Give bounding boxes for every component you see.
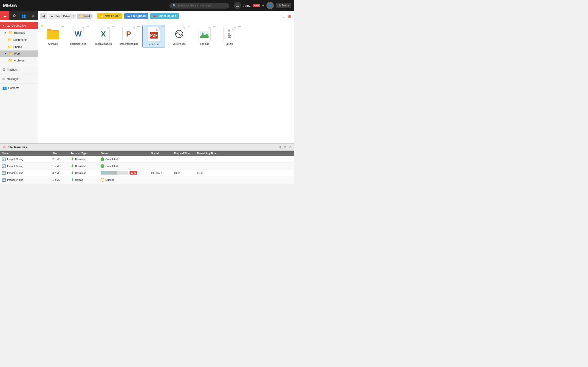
sidebar-recycle-icon-btn[interactable]: ♻	[9, 11, 19, 20]
search-bar[interactable]: 🔍	[170, 3, 229, 8]
transfer-row: 🔄 Image003.dng 3.2 MB ⬇ Download	[0, 169, 294, 176]
menu-button[interactable]: ⚙ Menu	[276, 3, 291, 8]
chevron-down-icon: ▼	[72, 15, 74, 17]
file-item-report[interactable]: ★ ••• PDF report.pdf	[142, 25, 165, 48]
sidebar-item-photos[interactable]: 📁 Photos	[0, 43, 38, 50]
transfer-row-speed: 930 kb / s	[149, 169, 172, 176]
list-view-button[interactable]: ☰	[281, 13, 286, 19]
transfer-row-speed	[149, 176, 172, 183]
queued-icon	[101, 178, 104, 182]
file-item-presentation[interactable]: ••• P presentation.ppt	[117, 25, 140, 48]
sidebar-item-archives[interactable]: 📁 Archives	[0, 57, 38, 64]
svg-rect-9	[228, 31, 230, 32]
dot-menu-icon[interactable]: •••	[86, 25, 89, 28]
download-type-icon: ⬇	[71, 157, 74, 161]
grid-view-button[interactable]: ▦	[287, 13, 292, 19]
upload-type-icon: ⬆	[71, 177, 74, 182]
transfer-row-status: ✓ Completed	[99, 163, 149, 169]
sidebar-contacts-icon-btn[interactable]: 👥	[19, 11, 28, 20]
sidebar-messages-icon-btn[interactable]: ✉	[28, 11, 38, 20]
sidebar-item-backups[interactable]: ▶ 📁 Backups	[0, 29, 38, 36]
pause-all-icon[interactable]: ⏸	[279, 145, 282, 149]
transfer-row-type: ⬇ Download	[69, 169, 99, 176]
row-refresh-icon: 🔄	[2, 157, 6, 161]
content-toolbar: ◀ ☁ Cloud Drive ▼ 📁 Work 📁 New Folder	[38, 11, 294, 21]
trashbin-icon: ♻	[2, 67, 6, 72]
zip-svg: ZIP	[225, 28, 235, 40]
transfer-row-type: ⬆ Upload	[69, 176, 99, 183]
pdf-svg: PDF	[149, 28, 159, 40]
folder-icon: 📁	[8, 31, 13, 35]
sidebar-item-contacts[interactable]: 👥 Contacts	[0, 84, 38, 92]
sidebar-item-documents[interactable]: 📁 Documents	[0, 36, 38, 43]
sidebar-item-label: Photos	[13, 45, 22, 49]
breadcrumb-cloud-drive[interactable]: ☁ Cloud Drive ▼	[48, 14, 77, 19]
transfer-row-elapsed	[172, 176, 195, 183]
file-name-label: report.pdf	[148, 43, 159, 45]
dot-menu-icon[interactable]: •••	[238, 25, 241, 28]
transfer-row-remaining: 01:09	[195, 169, 294, 176]
sidebar-item-cloud-drive[interactable]: ▼ ☁ Cloud Drive	[0, 22, 38, 29]
transfer-row-size: 1.8 MB	[51, 183, 69, 184]
pdf-file-icon: PDF	[148, 27, 160, 42]
sidebar-nav: ▼ ☁ Cloud Drive ▶ 📁 Backups 📁 Documents …	[0, 20, 38, 143]
col-name: Name	[0, 151, 51, 156]
folder-icon: 📁	[7, 38, 12, 42]
pdf-icon-wrapper: PDF	[147, 27, 161, 42]
col-size: Size	[51, 151, 69, 156]
cloud-status-icon[interactable]: ☁	[234, 2, 241, 9]
file-item-calculations[interactable]: ••• X calculations.xls	[92, 25, 115, 48]
transfer-row-size: 1.5 MB	[51, 163, 69, 169]
folder-icon-wrapper	[45, 27, 60, 41]
sidebar-item-trashbin[interactable]: ♻ Trashbin	[0, 66, 38, 73]
sidebar-item-work[interactable]: ▼ 📂 Work	[0, 50, 38, 57]
transfer-row-remaining	[195, 176, 294, 183]
avatar[interactable]: 👤	[267, 2, 274, 9]
col-type: Transfer Type	[69, 151, 99, 156]
transfer-row-size: 3.2 MB	[51, 169, 69, 176]
transfer-arrows-icon: ⇅	[3, 145, 6, 149]
check-icon: ✓	[101, 157, 104, 161]
dot-menu-icon[interactable]: •••	[188, 25, 190, 28]
xls-icon-wrapper: X	[96, 27, 111, 41]
search-input[interactable]	[178, 4, 226, 7]
progress-bar	[101, 171, 128, 175]
file-item-logo[interactable]: ••• logo.png	[193, 25, 216, 48]
star-icon: ★	[40, 24, 43, 27]
svg-rect-8	[228, 30, 230, 31]
file-name-label: document.doc	[70, 42, 86, 45]
dot-menu-icon[interactable]: •••	[137, 25, 140, 28]
transfer-row-remaining	[195, 156, 294, 163]
breadcrumb-work[interactable]: 📁 Work	[77, 14, 93, 19]
sidebar-item-messages[interactable]: ✉ Messages	[0, 75, 38, 82]
file-item-document[interactable]: ••• W document.doc	[67, 25, 90, 48]
transfer-title-label: File Transfers	[8, 145, 27, 149]
zip-file-icon: ZIP	[224, 27, 236, 41]
expand-icon[interactable]: ⤢	[288, 145, 291, 149]
file-item-vectors[interactable]: ••• vectors.eps	[168, 25, 191, 48]
sidebar-cloud-icon-btn[interactable]: ☁	[0, 11, 9, 20]
word-letter: W	[75, 30, 82, 38]
download-type-icon: ⬇	[71, 164, 74, 168]
transfer-row-speed	[149, 183, 172, 184]
dot-menu-icon[interactable]: •••	[213, 25, 216, 28]
dot-menu-icon[interactable]: •••	[162, 25, 165, 28]
nav-right: ☁ Anna PRO 👤 ⚙ Menu	[234, 2, 291, 9]
eps-icon-wrapper	[172, 27, 187, 41]
transfer-row-elapsed	[172, 163, 195, 169]
sidebar-item-label: Work	[14, 52, 20, 55]
new-folder-button[interactable]: 📁 New Folder	[97, 13, 122, 19]
file-item-archives[interactable]: ★ ••• Archives	[41, 25, 64, 48]
cloud-drive-icon: ☁	[6, 23, 10, 28]
file-item-zip[interactable]: ••• ZIP	[218, 25, 241, 48]
dot-menu-icon[interactable]: •••	[61, 25, 64, 28]
dot-menu-icon[interactable]: •••	[112, 25, 114, 28]
download-type-icon: ⬇	[71, 171, 74, 175]
folder-upload-button[interactable]: 📤 Folder Upload	[150, 13, 179, 19]
transfer-row-size: 2.1 MB	[51, 156, 69, 163]
xls-file-icon: X	[97, 27, 110, 41]
settings-icon[interactable]: ⚙	[284, 145, 287, 149]
sidebar-top-icons: ☁ ♻ 👥 ✉	[0, 11, 38, 20]
back-button[interactable]: ◀	[40, 13, 47, 19]
file-upload-button[interactable]: ☁ File Upload	[124, 13, 149, 19]
